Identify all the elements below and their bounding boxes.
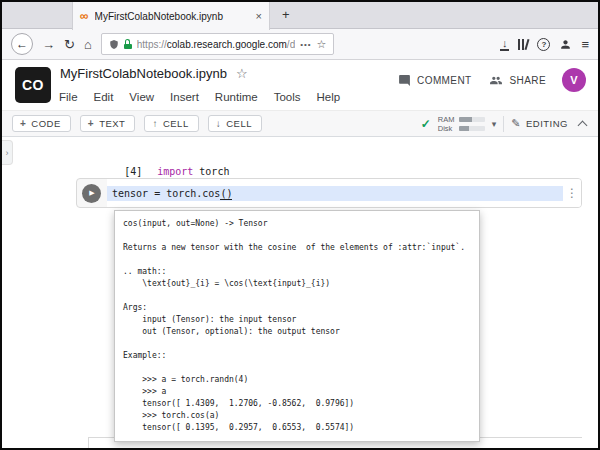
tooltip-line: Returns a new tensor with the cosine of …	[123, 242, 471, 254]
notebook-toolbar: + CODE + TEXT ↑ CELL ↓ CELL ✓ RAM Disk	[2, 110, 598, 137]
tab-close-icon[interactable]: ×	[256, 10, 262, 22]
cell-up-label: CELL	[163, 118, 189, 129]
star-icon[interactable]: ☆	[236, 66, 248, 81]
arrow-down-icon: ↓	[216, 118, 222, 129]
notebook-title[interactable]: MyFirstColabNotebook.ipynb	[60, 66, 227, 81]
menu-item-help[interactable]: Help	[317, 91, 341, 103]
code-editor[interactable]: tensor = torch.cos()	[107, 179, 563, 207]
menu-item-file[interactable]: File	[59, 91, 78, 103]
back-button[interactable]: ←	[11, 33, 33, 55]
url-text: https://colab.research.google.com/d	[137, 39, 295, 50]
add-text-button[interactable]: + TEXT	[80, 115, 136, 132]
move-cell-down-button[interactable]: ↓ CELL	[208, 115, 262, 132]
url-path: /d	[287, 39, 295, 50]
tracking-shield-icon	[109, 39, 119, 50]
home-button[interactable]: ⌂	[84, 37, 92, 52]
tooltip-line: Example::	[123, 350, 471, 362]
tab-bar: ∞ MyFirstColabNotebook.ipynb × +	[2, 2, 598, 29]
tooltip-line: >>> a	[123, 386, 471, 398]
add-code-button[interactable]: + CODE	[12, 115, 71, 132]
menu-item-edit[interactable]: Edit	[94, 91, 114, 103]
share-button[interactable]: SHARE	[488, 74, 546, 87]
tooltip-line: cos(input, out=None) -> Tensor	[123, 218, 471, 230]
sidebar-expand-button[interactable]: ›	[2, 140, 13, 165]
cell-menu-button[interactable]: ⋮	[563, 179, 581, 207]
tooltip-line	[123, 362, 471, 374]
plus-icon: +	[88, 118, 94, 129]
code-keyword: import	[157, 166, 193, 177]
plus-icon: +	[20, 118, 26, 129]
comment-button[interactable]: COMMENT	[398, 74, 471, 87]
help-icon: ?	[541, 40, 546, 49]
menu-item-view[interactable]: View	[129, 91, 154, 103]
editing-mode-button[interactable]: ✎ EDITING	[511, 117, 568, 130]
forward-button[interactable]: →	[42, 37, 55, 52]
url-domain: colab.research.google.com	[167, 39, 287, 50]
active-code-line[interactable]: tensor = torch.cos()	[107, 186, 563, 201]
comment-label: COMMENT	[417, 75, 471, 86]
account-button[interactable]	[559, 38, 572, 51]
disk-usage-bar	[459, 126, 485, 131]
reload-button[interactable]: ↻	[64, 37, 75, 52]
tooltip-line: \text{out}_{i} = \cos(\text{input}_{i})	[123, 278, 471, 290]
address-bar[interactable]: https://colab.research.google.com/d ••• …	[101, 33, 335, 55]
menu-item-insert[interactable]: Insert	[170, 91, 199, 103]
pencil-icon: ✎	[511, 117, 521, 130]
colab-logo[interactable]: CO	[15, 67, 51, 103]
colab-header: CO MyFirstColabNotebook.ipynb ☆ COMMENT …	[2, 60, 598, 110]
tooltip-line: >>> torch.cos(a)	[123, 410, 471, 422]
tooltip-line: Args:	[123, 302, 471, 314]
back-icon: ←	[16, 37, 28, 51]
code-text: tensor = torch.cos	[112, 188, 220, 199]
run-cell-button[interactable]: ▶	[82, 184, 101, 203]
tooltip-line: input (Tensor): the input tensor	[123, 314, 471, 326]
notebook-area: › [4]import torch ▶ tensor = torch.cos()…	[2, 137, 598, 448]
cell-down-label: CELL	[226, 118, 252, 129]
tooltip-line: .. math::	[123, 266, 471, 278]
move-cell-up-button[interactable]: ↑ CELL	[144, 115, 198, 132]
share-label: SHARE	[510, 75, 546, 86]
collapse-header-chevron-icon[interactable]	[578, 120, 588, 130]
resources-dropdown-icon[interactable]: ▾	[492, 119, 497, 129]
avatar[interactable]: V	[562, 68, 586, 92]
tooltip-line	[123, 290, 471, 302]
library-button[interactable]	[518, 38, 528, 50]
chevron-right-icon: ›	[6, 148, 9, 158]
toolbar-divider	[503, 116, 504, 132]
execution-count: [4]	[124, 166, 142, 177]
downloads-button[interactable]: ↓	[500, 38, 510, 51]
editing-label: EDITING	[526, 118, 568, 129]
browser-window: ∞ MyFirstColabNotebook.ipynb × + ← → ↻ ⌂…	[0, 0, 600, 450]
tooltip-line: tensor([ 1.4309, 1.2706, -0.8562, 0.9796…	[123, 398, 471, 410]
tooltip-line	[123, 338, 471, 350]
connected-check-icon: ✓	[421, 117, 431, 131]
code-cell-active[interactable]: ▶ tensor = torch.cos() ⋮	[76, 178, 582, 208]
resource-monitor[interactable]: RAM Disk	[438, 116, 485, 132]
new-tab-button[interactable]: +	[282, 7, 290, 22]
page-actions-button[interactable]: •••	[300, 40, 311, 49]
help-button[interactable]: ?	[537, 38, 550, 51]
menu-bar: File Edit View Insert Runtime Tools Help	[59, 91, 340, 103]
tooltip-line	[123, 230, 471, 242]
menu-button[interactable]: ≡	[581, 37, 589, 52]
ram-usage-bar	[459, 117, 485, 122]
tooltip-line: >>> a = torch.randn(4)	[123, 374, 471, 386]
add-code-label: CODE	[31, 118, 60, 129]
browser-toolbar: ← → ↻ ⌂ https://colab.research.google.co…	[2, 29, 598, 60]
bookmark-star-icon[interactable]: ☆	[317, 38, 327, 51]
title-row: MyFirstColabNotebook.ipynb ☆	[60, 66, 248, 81]
colab-favicon-icon: ∞	[80, 10, 89, 22]
add-text-label: TEXT	[99, 118, 125, 129]
menu-item-runtime[interactable]: Runtime	[215, 91, 258, 103]
ram-label: RAM	[438, 116, 455, 123]
menu-item-tools[interactable]: Tools	[274, 91, 301, 103]
docstring-tooltip: cos(input, out=None) -> Tensor Returns a…	[114, 210, 480, 442]
comment-icon	[398, 74, 411, 87]
share-people-icon	[488, 74, 504, 87]
lock-icon	[124, 39, 132, 49]
browser-tab[interactable]: ∞ MyFirstColabNotebook.ipynb ×	[72, 2, 270, 30]
toolbar-right: ✓ RAM Disk ▾ ✎ EDITING	[421, 116, 588, 132]
disk-row: Disk	[438, 125, 485, 132]
tab-title: MyFirstColabNotebook.ipynb	[95, 11, 250, 22]
tooltip-line: out (Tensor, optional): the output tenso…	[123, 326, 471, 338]
